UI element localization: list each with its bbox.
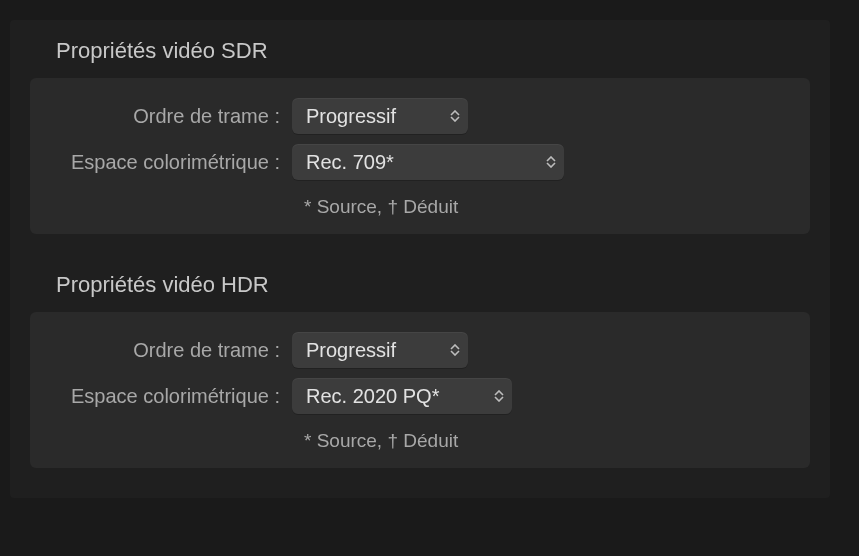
chevron-updown-icon <box>494 390 504 402</box>
hdr-field-order-value: Progressif <box>306 339 396 362</box>
sdr-section-title: Propriétés vidéo SDR <box>10 20 830 78</box>
sdr-section-body: Ordre de trame : Progressif Espace color… <box>30 78 810 234</box>
hdr-legend: * Source, † Déduit <box>304 430 458 452</box>
hdr-colorspace-label: Espace colorimétrique : <box>30 378 292 410</box>
sdr-legend: * Source, † Déduit <box>304 196 458 218</box>
hdr-section-title: Propriétés vidéo HDR <box>10 254 830 312</box>
hdr-colorspace-select[interactable]: Rec. 2020 PQ* <box>292 378 512 414</box>
sdr-colorspace-value: Rec. 709* <box>306 151 394 174</box>
sdr-colorspace-label: Espace colorimétrique : <box>30 144 292 176</box>
sdr-field-order-select[interactable]: Progressif <box>292 98 468 134</box>
hdr-section-body: Ordre de trame : Progressif Espace color… <box>30 312 810 468</box>
sdr-field-order-label: Ordre de trame : <box>30 98 292 130</box>
chevron-updown-icon <box>450 344 460 356</box>
chevron-updown-icon <box>450 110 460 122</box>
sdr-colorspace-select[interactable]: Rec. 709* <box>292 144 564 180</box>
hdr-colorspace-value: Rec. 2020 PQ* <box>306 385 439 408</box>
sdr-field-order-value: Progressif <box>306 105 396 128</box>
hdr-field-order-label: Ordre de trame : <box>30 332 292 364</box>
chevron-updown-icon <box>546 156 556 168</box>
hdr-field-order-select[interactable]: Progressif <box>292 332 468 368</box>
